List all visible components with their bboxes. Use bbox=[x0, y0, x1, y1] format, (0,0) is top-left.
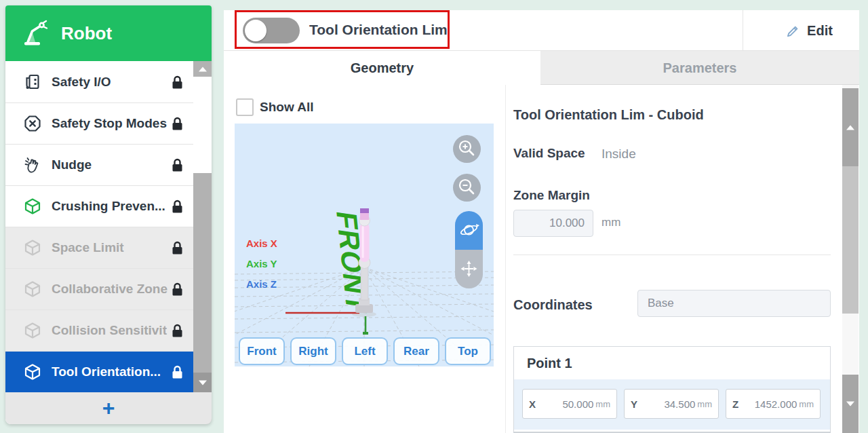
section-divider bbox=[513, 255, 831, 255]
cube-icon bbox=[24, 363, 41, 381]
show-all-row: Show All bbox=[236, 98, 314, 116]
tab-geometry[interactable]: Geometry bbox=[224, 51, 540, 85]
view-right-button[interactable]: Right bbox=[290, 337, 336, 365]
view-front-button[interactable]: Front bbox=[239, 337, 285, 365]
sidebar-item-label: Safety I/O bbox=[52, 75, 111, 90]
axis-x-unit: mm bbox=[595, 399, 610, 409]
sidebar-item-space-limit[interactable]: Space Limit bbox=[5, 227, 212, 268]
sidebar-item-collision-sensitivity[interactable]: Collision Sensitivit bbox=[5, 309, 212, 351]
sidebar-scrollbar bbox=[193, 61, 212, 392]
axis-x-key: X bbox=[529, 398, 536, 410]
view-top-button[interactable]: Top bbox=[445, 337, 491, 365]
rotate-icon bbox=[455, 211, 483, 250]
topbar-divider bbox=[743, 10, 743, 51]
triangle-up-icon bbox=[199, 67, 207, 71]
point1-values-row: X 50.000 mm Y 34.500 mm Z 1452.000 mm bbox=[514, 379, 830, 430]
point1-title: Point 1 bbox=[514, 347, 830, 371]
sidebar: Robot Safety I/O bbox=[5, 5, 212, 424]
axis-x-value: 50.000 bbox=[536, 398, 593, 410]
axis-y-value: 34.500 bbox=[637, 398, 695, 410]
3d-viewport[interactable]: FRONT Axis X bbox=[235, 124, 494, 366]
axis-y-key: Y bbox=[631, 398, 637, 410]
view-mode-pill bbox=[455, 211, 483, 288]
toggle-label: Tool Orientation Lim bbox=[309, 10, 448, 49]
triangle-up-icon bbox=[846, 125, 854, 130]
pan-arrows-icon bbox=[455, 250, 483, 288]
triangle-down-icon bbox=[846, 402, 854, 407]
sidebar-item-collaborative-zone[interactable]: Collaborative Zone bbox=[5, 268, 212, 309]
pan-mode-button[interactable] bbox=[455, 250, 483, 288]
scrollbar-thumb[interactable] bbox=[842, 166, 859, 314]
point1-y-field[interactable]: Y 34.500 mm bbox=[624, 389, 719, 419]
axis-z-label: Axis Z bbox=[246, 278, 277, 290]
zoom-in-button[interactable] bbox=[453, 135, 481, 163]
coordinates-label: Coordinates bbox=[513, 297, 593, 313]
sidebar-item-safety-io[interactable]: Safety I/O bbox=[5, 61, 212, 102]
coordinates-select[interactable]: Base bbox=[637, 290, 831, 317]
safety-io-icon bbox=[24, 73, 41, 91]
robot-arm-icon bbox=[20, 18, 52, 49]
lock-icon bbox=[172, 117, 183, 131]
scroll-up-button[interactable] bbox=[842, 88, 859, 166]
sidebar-item-tool-orientation[interactable]: Tool Orientation... bbox=[5, 351, 212, 392]
pencil-icon bbox=[786, 23, 801, 38]
cube-icon bbox=[24, 239, 41, 257]
scroll-down-button[interactable] bbox=[193, 373, 212, 393]
toggle-knob bbox=[245, 20, 267, 41]
sidebar-item-label: Tool Orientation... bbox=[52, 364, 161, 379]
axis-y-label: Axis Y bbox=[246, 258, 277, 269]
point1-z-field[interactable]: Z 1452.000 mm bbox=[726, 389, 821, 419]
cube-icon bbox=[24, 322, 41, 339]
view-left-button[interactable]: Left bbox=[342, 337, 388, 365]
lock-icon bbox=[172, 158, 183, 172]
zoom-out-button[interactable] bbox=[453, 174, 481, 202]
add-zone-button[interactable]: + bbox=[5, 392, 212, 424]
zone-margin-unit: mm bbox=[601, 216, 620, 229]
sidebar-item-label: Collision Sensitivit bbox=[52, 323, 167, 338]
sidebar-item-label: Nudge bbox=[52, 157, 92, 172]
lock-icon bbox=[172, 282, 183, 297]
tool-orientation-toggle[interactable] bbox=[243, 18, 300, 43]
lock-icon bbox=[172, 324, 183, 338]
cube-icon bbox=[24, 280, 41, 298]
edit-button[interactable]: Edit bbox=[760, 10, 859, 51]
axis-z-value: 1452.000 bbox=[738, 398, 797, 410]
point1-x-field[interactable]: X 50.000 mm bbox=[522, 389, 617, 419]
zone-margin-input[interactable]: 10.000 bbox=[513, 210, 593, 237]
valid-space-label: Valid Space bbox=[513, 146, 585, 161]
sidebar-item-nudge[interactable]: Nudge bbox=[5, 144, 212, 185]
show-all-label: Show All bbox=[260, 100, 314, 115]
robot-model bbox=[285, 208, 376, 335]
point1-card: Point 1 X 50.000 mm Y 34.500 mm Z 1452.0… bbox=[513, 346, 831, 433]
lock-icon bbox=[172, 241, 183, 255]
sidebar-item-crushing-prevention[interactable]: Crushing Preven... bbox=[5, 185, 212, 227]
scroll-down-button[interactable] bbox=[842, 375, 859, 433]
app-window: Robot Safety I/O bbox=[0, 0, 868, 433]
magnifier-minus-icon bbox=[453, 174, 481, 202]
magnifier-plus-icon bbox=[453, 135, 481, 163]
edit-button-label: Edit bbox=[807, 23, 833, 39]
safety-stop-icon bbox=[24, 115, 41, 132]
sidebar-header: Robot bbox=[5, 5, 212, 61]
lock-icon bbox=[172, 200, 183, 214]
view-rear-button[interactable]: Rear bbox=[393, 337, 439, 365]
cube-icon bbox=[24, 197, 41, 215]
show-all-checkbox[interactable] bbox=[236, 98, 254, 116]
zone-margin-label: Zone Margin bbox=[513, 188, 590, 203]
lock-icon bbox=[172, 365, 183, 379]
sidebar-menu: Safety I/O Safety Stop Modes bbox=[5, 61, 212, 392]
valid-space-value: Inside bbox=[601, 147, 636, 162]
axis-x-label: Axis X bbox=[246, 238, 277, 249]
top-bar: Tool Orientation Lim Edit bbox=[224, 10, 859, 51]
tab-parameters[interactable]: Parameters bbox=[540, 51, 859, 85]
rotate-mode-button[interactable] bbox=[455, 211, 483, 250]
details-title: Tool Orientation Lim - Cuboid bbox=[513, 107, 704, 123]
triangle-down-icon bbox=[199, 381, 207, 385]
nudge-hand-icon bbox=[24, 156, 41, 174]
sidebar-title: Robot bbox=[61, 23, 112, 44]
scroll-up-button[interactable] bbox=[193, 61, 212, 77]
sidebar-item-safety-stop-modes[interactable]: Safety Stop Modes bbox=[5, 102, 212, 144]
column-divider bbox=[505, 85, 506, 433]
details-scrollbar bbox=[842, 85, 859, 433]
axis-z-key: Z bbox=[732, 398, 738, 410]
